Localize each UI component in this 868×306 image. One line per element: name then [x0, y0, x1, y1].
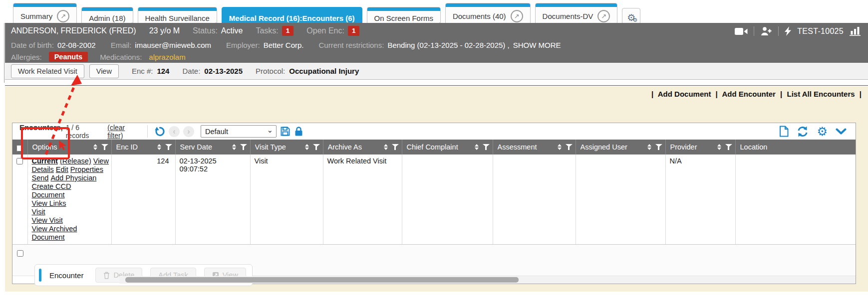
tab-documents-dv-label: Documents-DV	[543, 12, 593, 20]
column-enc-id[interactable]: Enc ID	[116, 143, 153, 151]
medication-value[interactable]: alprazolam	[149, 53, 185, 61]
separator: |	[780, 90, 782, 98]
collapse-panel-icon[interactable]	[836, 128, 847, 135]
filter-icon[interactable]	[655, 144, 662, 151]
row-checkbox[interactable]	[16, 158, 23, 164]
current-link[interactable]: Current	[32, 157, 58, 165]
properties-link[interactable]: Properties	[70, 165, 103, 173]
separator: |	[860, 90, 862, 98]
enc-number-label: Enc #:	[132, 67, 153, 75]
footer-row-checkbox[interactable]	[17, 250, 23, 257]
sort-icon[interactable]	[93, 144, 97, 150]
divider	[778, 26, 779, 36]
grid-toolbar: Encounters, 1 / 6 records (clear filter)…	[12, 123, 856, 140]
add-physician-link[interactable]: Add Physician	[50, 174, 96, 182]
enc-id-cell: 124	[111, 154, 175, 245]
select-all-checkbox[interactable]	[16, 145, 23, 152]
filter-icon[interactable]	[101, 144, 108, 151]
patient-header-row3: Allergies: Peanuts Medications: alprazol…	[5, 51, 868, 63]
filter-icon[interactable]	[725, 144, 732, 151]
next-page-button[interactable]: ›	[183, 126, 194, 137]
sort-icon[interactable]	[475, 144, 479, 150]
sort-icon[interactable]	[232, 144, 236, 150]
open-enc-count-badge[interactable]: 1	[348, 26, 360, 36]
view-links-link[interactable]: View Links	[32, 199, 66, 207]
options-cell: Current(Release)View DetailsEditProperti…	[27, 154, 111, 245]
view-visit-link[interactable]: View Visit	[32, 216, 63, 224]
undo-icon[interactable]	[155, 126, 165, 137]
filter-icon[interactable]	[566, 144, 573, 151]
view-select[interactable]: Default	[201, 125, 277, 138]
filter-icon[interactable]	[483, 144, 490, 151]
filter-icon[interactable]	[392, 144, 399, 151]
quick-action-bolt-icon[interactable]	[785, 26, 791, 36]
filter-icon[interactable]	[165, 144, 172, 151]
add-document-link[interactable]: Add Document	[658, 90, 711, 98]
filter-icon[interactable]	[313, 144, 320, 151]
add-user-icon[interactable]	[760, 26, 772, 36]
list-all-encounters-link[interactable]: List All Encounters	[787, 90, 855, 98]
medications-label: Medications:	[100, 53, 142, 61]
view-button[interactable]: View	[89, 64, 119, 78]
show-more-link[interactable]: SHOW MORE	[513, 41, 561, 49]
window-edge-line	[4, 23, 4, 83]
enc-date-value: 02-13-2025	[204, 67, 243, 75]
view-archived-link[interactable]: View Archived Document	[32, 225, 77, 241]
dob-value: 02-08-2002	[57, 41, 96, 49]
sort-icon[interactable]	[717, 144, 721, 150]
enc-number-value: 124	[157, 67, 169, 75]
employer-value: Better Corp.	[264, 41, 304, 49]
column-assigned-user[interactable]: Assigned User	[580, 143, 643, 151]
view-link[interactable]: View	[93, 157, 109, 165]
export-document-icon[interactable]	[779, 126, 789, 137]
scrollbar-track[interactable]	[119, 276, 856, 284]
sort-icon[interactable]	[157, 144, 161, 150]
visit-link[interactable]: Visit	[32, 208, 45, 216]
column-provider[interactable]: Provider	[670, 143, 713, 151]
edit-link[interactable]: Edit	[56, 165, 68, 173]
tasks-count-badge[interactable]: 1	[282, 26, 294, 36]
sort-icon[interactable]	[384, 144, 388, 150]
add-encounter-link[interactable]: Add Encounter	[722, 90, 776, 98]
column-visit-type[interactable]: Visit Type	[255, 143, 301, 151]
employer-label: Employer:	[226, 41, 260, 49]
divider	[754, 26, 754, 36]
sort-icon[interactable]	[558, 144, 562, 150]
create-ccd-link[interactable]: Create CCD Document	[32, 182, 71, 199]
refresh-icon[interactable]	[797, 126, 809, 137]
column-options[interactable]: Options	[32, 143, 89, 151]
details-link[interactable]: Details	[32, 165, 54, 173]
column-assessment[interactable]: Assessment	[498, 143, 554, 151]
tab-admin-label: Admin (18)	[89, 14, 125, 22]
send-link[interactable]: Send	[32, 174, 49, 182]
sort-icon[interactable]	[305, 144, 309, 150]
sort-icon[interactable]	[647, 144, 651, 150]
release-link[interactable]: (Release)	[60, 157, 91, 165]
status-label: Status:	[193, 26, 218, 35]
column-location[interactable]: Location	[740, 143, 853, 151]
restrictions-label: Current restrictions:	[319, 41, 384, 49]
allergy-badge[interactable]: Peanuts	[49, 52, 88, 62]
documents-popout-icon[interactable]: ↗	[511, 10, 523, 22]
documents-dv-popout-icon[interactable]: ↗	[597, 10, 610, 22]
provider-cell: N/A	[665, 154, 735, 245]
lock-view-icon[interactable]	[294, 126, 303, 137]
clear-filter-link[interactable]: (clear filter)	[107, 124, 142, 140]
save-view-icon[interactable]	[280, 126, 290, 137]
grid-settings-gear-icon[interactable]: ⚙	[817, 126, 828, 138]
prev-page-button[interactable]: ‹	[169, 126, 180, 137]
separator: |	[651, 90, 653, 98]
location-cell	[735, 154, 856, 245]
video-visit-icon[interactable]	[735, 27, 748, 35]
column-archive-as[interactable]: Archive As	[328, 143, 380, 151]
column-serv-date[interactable]: Serv Date	[180, 143, 228, 151]
filter-icon[interactable]	[240, 144, 247, 151]
encounter-toolbar: Work Related Visit View Enc #: 124 Date:…	[5, 63, 868, 80]
tab-medical-record-label: Medical Record (16):Encounters (6)	[229, 14, 355, 22]
summary-popout-icon[interactable]: ↗	[57, 10, 69, 22]
chart-stats-icon[interactable]	[850, 26, 861, 36]
patient-header: ANDERSON, FREDERICK (FRED) 23 y/o M Stat…	[5, 23, 868, 63]
scrollbar-thumb[interactable]	[125, 277, 519, 283]
column-chief-complaint[interactable]: Chief Complaint	[407, 143, 471, 151]
work-related-visit-button[interactable]: Work Related Visit	[11, 64, 84, 78]
